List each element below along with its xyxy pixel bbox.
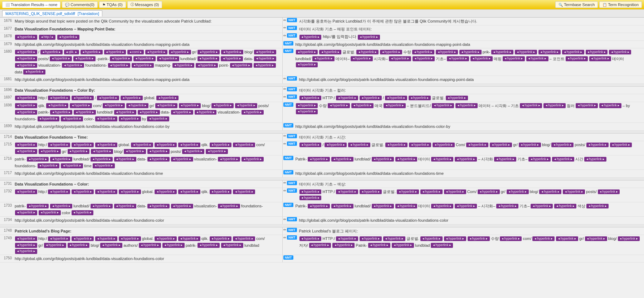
termbase-search-tab[interactable]: 🔍 Termbase Search	[555, 1, 598, 8]
seg-content-1678[interactable]: hyperlink http:/ hyperlink	[13, 33, 282, 40]
pencil-icon-1678[interactable]: ✏	[283, 34, 286, 38]
right-content-1715[interactable]: hyperlink / hyperlink hyperlink 글로벌. hyp…	[298, 141, 644, 148]
pencil-icon-1731[interactable]: ✏	[283, 181, 286, 185]
seg-content-1715[interactable]: hyperlink http:/ hyperlink hyperlink hyp…	[13, 141, 282, 155]
right-cell-icons-1731: ✏ NMT	[283, 181, 297, 185]
seg-content-1681[interactable]: http://global.qlik.com/gr/blog/posts/pat…	[13, 76, 282, 83]
nmt-badge-1731[interactable]: NMT	[287, 181, 297, 185]
right-content-1677[interactable]: 데이터 시각화 기초 – 매핑 포인트 데이터:	[298, 26, 644, 33]
pencil-icon-1676[interactable]: ✏	[283, 18, 286, 22]
translation-results-tab[interactable]: ⬜ Translation Results – none	[2, 1, 60, 8]
right-content-1697[interactable]: hyperlink HTTP:/ hyperlink hyperlink / h…	[298, 95, 644, 101]
pencil-icon-1734[interactable]: ✏	[283, 217, 286, 221]
right-content-1681[interactable]: http://global.qlik.com/gr/blog/posts/pat…	[298, 76, 644, 83]
term-recognition-tab[interactable]: 📋 Term Recognition	[599, 1, 642, 8]
seg-content-1677[interactable]: Data Visualization Foundations – Mapping…	[13, 26, 282, 33]
nmt-badge-1733[interactable]: NMT	[283, 203, 293, 207]
seg-content-1696[interactable]: Data Visualization Foundations – Color B…	[13, 87, 282, 94]
nmt-badge-1716[interactable]: NMT	[283, 156, 293, 160]
right-cell-1717: NMT http://global.qlik.com/gr/blog/posts…	[283, 170, 644, 177]
nmt-badge-1750[interactable]: NMT	[283, 255, 293, 260]
pencil-icon-1714[interactable]: ✏	[283, 134, 286, 138]
tag: hyperlink	[562, 50, 584, 55]
right-content-1750[interactable]	[295, 255, 644, 256]
pencil-icon-1696[interactable]: ✏	[283, 87, 286, 91]
right-content-1696[interactable]: 데이터 시각화 기초 – 컬러:	[298, 87, 644, 94]
nmt-badge-1715[interactable]: NMT	[287, 141, 297, 146]
nmt-badge-1734[interactable]: NMT	[287, 217, 297, 221]
right-content-1679[interactable]: http://global.qlik.com/gr/blog/posts/pat…	[295, 41, 644, 48]
seg-content-1731[interactable]: Data Visualization Foundations – Color:	[13, 181, 282, 188]
tag: hyperlink	[554, 204, 576, 209]
tag: hyperlink	[384, 103, 406, 108]
seg-content-1676[interactable]: Many blogs around that topic were posted…	[13, 18, 282, 25]
nmt-badge-1681[interactable]: NMT	[287, 76, 297, 81]
seg-content-1716[interactable]: patrik- hyperlink hyperlink lundblad/ hy…	[13, 156, 282, 169]
right-content-1680[interactable]: hyperlink hyperlink 글로벌. hyperlink hyper…	[295, 49, 644, 68]
seg-content-1699[interactable]: http://global.qlik.com/gr/blog/posts/pat…	[13, 123, 282, 130]
right-content-1733[interactable]: Patrik- hyperlink hyperlink lundblad/ hy…	[295, 203, 644, 210]
tag: hyperlink	[108, 63, 130, 68]
nmt-badge-1680[interactable]: NMT	[283, 49, 293, 53]
nmt-badge-1678[interactable]: NMT	[287, 33, 297, 38]
seg-content-1714[interactable]: Data Visualization Foundations – Time:	[13, 134, 282, 141]
seg-num-1677: 1677	[1, 26, 13, 30]
tag: hyperlink	[195, 110, 217, 115]
tag: hyperlink	[15, 243, 37, 248]
seg-content-1679[interactable]: http://global.qlik.com/gr/blog/posts/pat…	[13, 41, 282, 48]
right-content-1678[interactable]: hyperlink http:/를 입력합니다 hyperlink	[298, 33, 644, 40]
messages-tab[interactable]: ⓘ Messages (0)	[127, 1, 162, 8]
pencil-icon-1681[interactable]: ✏	[283, 77, 286, 81]
pencil-icon-1748[interactable]: ✏	[283, 228, 286, 232]
nmt-badge-1696[interactable]: NMT	[287, 87, 297, 91]
seg-content-1748[interactable]: Patrick Lundblad's Blog Page:	[13, 228, 282, 235]
seg-content-1680[interactable]: hyperlink / hyperlink qlik. hyperlink hy…	[13, 49, 282, 75]
right-content-1717[interactable]: http://global.qlik.com/gr/blog/posts/pat…	[295, 170, 644, 177]
nmt-badge-1697[interactable]: NMT	[287, 95, 297, 99]
nmt-badge-1749[interactable]: NMT	[287, 235, 297, 240]
seg-content-1750[interactable]: http://global.qlik.com/gr/blog/posts/pat…	[13, 255, 282, 262]
seg-content-1698[interactable]: hyperlink qlik. hyperlink hyperlink com/…	[13, 102, 282, 122]
right-content-1734[interactable]: http://global.qlik.com/gr/blog/posts/pat…	[298, 217, 644, 224]
nmt-badge-1732[interactable]: NMT	[287, 188, 297, 193]
right-content-1732[interactable]: hyperlink HTTP:/ hyperlink hyperlink 글로벌…	[298, 188, 644, 201]
seg-num-1698: 1698	[1, 102, 13, 107]
pencil-icon-1732[interactable]: ✏	[283, 189, 286, 193]
nmt-badge-1748[interactable]: NMT	[287, 228, 297, 232]
right-content-1731[interactable]: 데이터 시각화 기초 – 색상:	[298, 181, 644, 188]
right-content-1749[interactable]: hyperlink HTTP:/ hyperlink hyperlink hyp…	[298, 235, 644, 249]
nmt-badge-1698[interactable]: NMT	[283, 102, 293, 107]
seg-content-1732[interactable]: hyperlink http:/ hyperlink hyperlink hyp…	[13, 188, 282, 195]
table-row: 1696 Data Visualization Foundations – Co…	[0, 87, 644, 95]
seg-content-1733[interactable]: patrik- hyperlink hyperlink lundblad/ hy…	[13, 203, 282, 216]
nmt-badge-1679[interactable]: NMT	[283, 41, 293, 45]
table-row: 1717 http://global.qlik.com/gr/blog/post…	[0, 170, 644, 178]
seg-content-1734[interactable]: http://global.qlik.com/gr/blog/posts/pat…	[13, 217, 282, 224]
seg-content-1697[interactable]: hyperlink http:/ hyperlink hyperlink / h…	[13, 95, 282, 101]
pencil-icon-1715[interactable]: ✏	[283, 142, 286, 146]
nmt-badge-1676[interactable]: NMT	[287, 18, 297, 22]
pencil-icon-1677[interactable]: ✏	[283, 26, 286, 30]
tqas-tab[interactable]: ⚑ TQAs (0)	[99, 1, 126, 8]
right-cell-1748: ✏ NMT Patrick Lundblad's 블로그 페이지:	[283, 227, 644, 235]
nmt-badge-1714[interactable]: NMT	[287, 134, 297, 138]
nmt-badge-1717[interactable]: NMT	[283, 170, 293, 174]
comments-tab[interactable]: 💬 Comments(0)	[62, 1, 98, 8]
file-tab[interactable]: MASTERING_QLIK_SENSE.pdf_sdlxliff [Trans…	[2, 10, 102, 16]
nmt-badge-1699[interactable]: NMT	[283, 123, 293, 128]
right-content-1699[interactable]: http://global.qlik.com/gr/blog/posts/pat…	[295, 123, 644, 130]
seg-content-1717[interactable]: http://global.qlik.com/gr/blog/posts/pat…	[13, 170, 282, 177]
pencil-icon-1749[interactable]: ✏	[283, 236, 286, 240]
tag: hyperlink	[395, 204, 418, 209]
nmt-badge-1677[interactable]: NMT	[287, 26, 297, 30]
right-content-1698[interactable]: hyperlink 수량 hyperlink hyperlink 매국 hype…	[295, 102, 644, 115]
right-content-1676[interactable]: 시각화를 옹호하는 Patrick Lundblad가 이 주제에 관한 많은 …	[298, 18, 644, 25]
seg-content-1749[interactable]: hyperlink http:/ hyperlink hyperlink hyp…	[13, 235, 282, 254]
tag-r-hyperlink2: hyperlink	[358, 35, 380, 40]
right-content-1714[interactable]: 데이터 시각화 기초 – 시간:	[298, 134, 644, 141]
right-content-1748[interactable]: Patrick Lundblad's 블로그 페이지:	[298, 228, 644, 235]
right-cell-icons-1716: NMT	[283, 156, 293, 160]
tag: hyperlink	[218, 204, 240, 209]
right-content-1716[interactable]: Patrik- hyperlink hyperlink lundblad/ hy…	[295, 156, 644, 163]
pencil-icon-1697[interactable]: ✏	[283, 95, 286, 99]
